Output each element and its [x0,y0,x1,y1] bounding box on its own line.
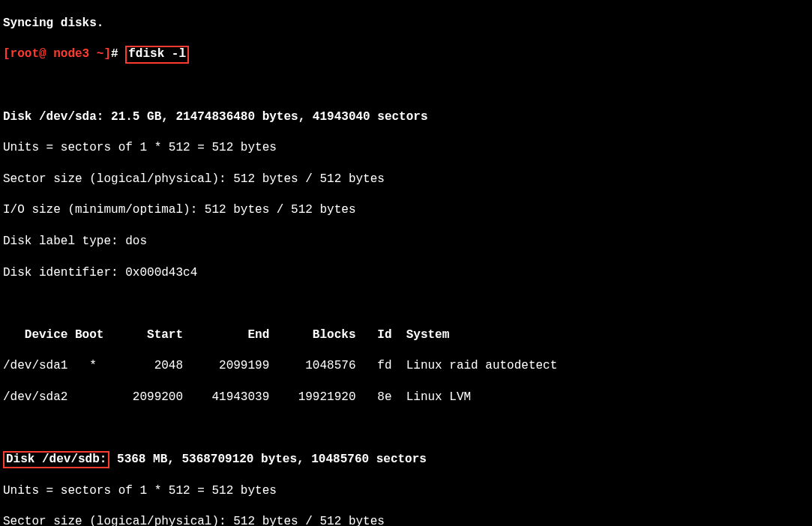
sda-identifier: Disk identifier: 0x000d43c4 [3,265,809,281]
blank-line [3,421,809,437]
prompt-line[interactable]: [root@ node3 ~]# fdisk -l [3,46,809,62]
sync-line: Syncing disks. [3,16,809,31]
sda-labeltype: Disk label type: dos [3,234,809,250]
sda-sector: Sector size (logical/physical): 512 byte… [3,172,809,187]
blank-line [3,78,809,94]
terminal-output: Syncing disks. [root@ node3 ~]# fdisk -l… [0,0,812,526]
sdb-disk-rest: 5368 MB, 5368709120 bytes, 10485760 sect… [109,453,426,466]
sda-io: I/O size (minimum/optimal): 512 bytes / … [3,202,809,218]
sda-part-row-1: /dev/sda1 * 2048 2099199 1048576 fd Linu… [3,358,809,374]
highlight-command: fdisk -l [125,46,189,63]
sdb-disk-line: Disk /dev/sdb: 5368 MB, 5368709120 bytes… [3,452,809,468]
sda-disk-line: Disk /dev/sda: 21.5 GB, 21474836480 byte… [3,109,809,125]
sda-part-row-2: /dev/sda2 2099200 41943039 19921920 8e L… [3,390,809,405]
command-text[interactable]: fdisk -l [128,47,186,61]
sdb-sector: Sector size (logical/physical): 512 byte… [3,514,809,526]
prompt-user-host: [root@ node3 ~] [3,47,111,61]
highlight-sdb: Disk /dev/sdb: [3,451,109,468]
prompt-hash: # [111,47,118,61]
sdb-units: Units = sectors of 1 * 512 = 512 bytes [3,483,809,499]
sda-part-header: Device Boot Start End Blocks Id System [3,327,809,343]
sda-units: Units = sectors of 1 * 512 = 512 bytes [3,140,809,156]
blank-line [3,296,809,312]
